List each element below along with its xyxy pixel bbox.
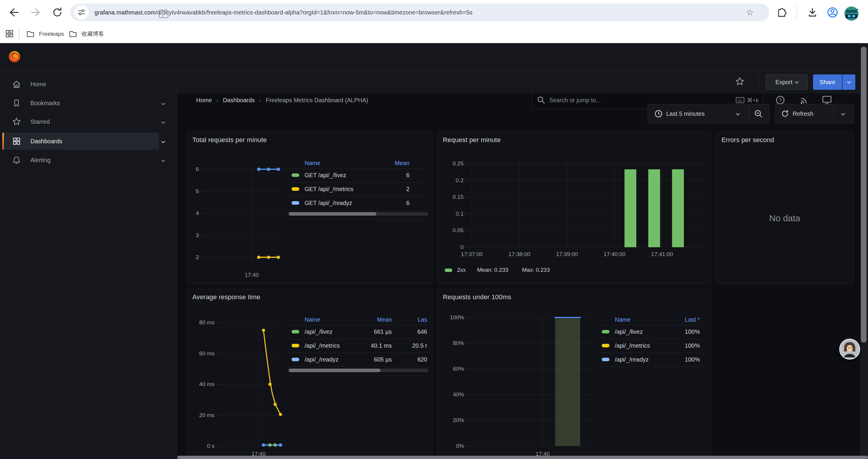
bookmark-label: Freeleaps (39, 31, 64, 37)
home-icon (11, 79, 22, 90)
legend-color-pill[interactable] (291, 330, 299, 333)
sidebar-item-alerting[interactable]: Alerting (2, 152, 159, 169)
browser-back-button[interactable] (7, 6, 20, 19)
sidebar-item-label: Bookmarks (30, 100, 60, 107)
legend-series-name[interactable]: /api/_/readyz (615, 355, 649, 364)
horizontal-scrollbar[interactable] (177, 456, 868, 459)
panel-title[interactable]: Request per minute (443, 136, 501, 144)
legend-column-header[interactable]: Las (418, 316, 427, 324)
panel-total-requests[interactable]: Total requests per minute 6543217:40Name… (187, 132, 433, 284)
panel-title[interactable]: Average response time (192, 293, 260, 301)
sidebar-item-label: Starred (30, 119, 50, 125)
legend-column-header[interactable]: Mean (395, 159, 409, 167)
chevron-down-icon[interactable] (161, 158, 165, 162)
refresh-label[interactable]: Refresh (793, 104, 813, 123)
legend-series-name[interactable]: /api/_/metrics (615, 341, 650, 350)
sidebar-item-starred[interactable]: Starred (2, 113, 159, 130)
legend-color-pill[interactable] (291, 187, 299, 191)
share-button[interactable]: Share (813, 74, 842, 90)
sidebar-item-dashboards[interactable]: Dashboards (2, 133, 159, 150)
legend-column-header[interactable]: Name (305, 159, 320, 167)
legend-series-name[interactable]: /api/_/metrics (305, 341, 340, 350)
downloads-button[interactable] (806, 6, 819, 19)
legend-color-pill[interactable] (291, 201, 299, 205)
legend-series-name[interactable]: /api/_/livez (305, 328, 333, 336)
sidebar-toggle-button[interactable] (158, 9, 169, 19)
x-tick-label: 17:38:00 (499, 251, 540, 258)
chevron-down-icon[interactable] (161, 139, 165, 143)
panel-average-response-time[interactable]: Average response time 80 ms60 ms40 ms20 … (187, 289, 433, 459)
breadcrumb-home[interactable]: Home (196, 97, 212, 103)
refresh-interval-dropdown[interactable] (841, 112, 845, 116)
extensions-button[interactable] (775, 6, 788, 19)
assistant-floating-avatar[interactable] (839, 338, 860, 360)
zoom-out-button[interactable] (754, 109, 764, 119)
search-icon (537, 96, 546, 104)
browser-reload-button[interactable] (51, 6, 64, 19)
refresh-button[interactable] (780, 109, 790, 119)
time-range-group: Last 5 minutes (648, 104, 770, 124)
forward-icon (30, 6, 42, 19)
site-settings-button[interactable] (74, 5, 89, 20)
legend-column-header[interactable]: Name (615, 316, 630, 324)
legend-color-pill[interactable] (291, 358, 299, 361)
bookmark-star-button[interactable]: ☆ (746, 8, 754, 17)
clock-icon (654, 109, 663, 119)
legend-color-pill[interactable] (602, 344, 610, 347)
legend-color-pill[interactable] (602, 330, 610, 333)
legend-series-name[interactable]: GET /api/_/metrics (305, 185, 353, 193)
panel-errors-per-second[interactable]: Errors per second No data (716, 132, 854, 284)
legend-series-name[interactable]: GET /api/_/livez (305, 171, 346, 179)
favorite-dashboard-button[interactable] (735, 76, 745, 88)
breadcrumb-dashboards[interactable]: Dashboards (223, 97, 255, 103)
legend-color-pill[interactable] (291, 173, 299, 177)
bookmark-label: 收藏博客 (82, 30, 104, 38)
bookmark-folder-freeleaps[interactable]: Freeleaps (26, 27, 64, 41)
profile-button[interactable] (826, 6, 839, 19)
chevron-down-icon[interactable] (161, 120, 165, 124)
bookmark-folder-blogs[interactable]: 收藏博客 (68, 27, 104, 41)
export-button[interactable]: Export (766, 74, 808, 90)
time-range-label[interactable]: Last 5 minutes (666, 104, 705, 123)
legend-color-pill[interactable] (291, 344, 299, 347)
download-icon (806, 6, 819, 19)
breadcrumb-current: Freeleaps Metrics Dashboard (ALPHA) (266, 97, 368, 103)
sidebar-item-bookmarks[interactable]: Bookmarks (2, 95, 159, 112)
legend-series-name[interactable]: /api/_/readyz (305, 355, 339, 364)
legend-column-header[interactable]: Mean (377, 316, 392, 324)
legend-column-header[interactable]: Name (305, 316, 320, 324)
legend-color-pill[interactable] (602, 358, 610, 361)
panel-requests-under-100ms[interactable]: Requests under 100ms 100%80%60%40%20%0%1… (437, 289, 711, 459)
legend-scrollbar-thumb[interactable] (289, 369, 380, 372)
panel-title[interactable]: Errors per second (721, 136, 774, 144)
sidebar-item-home[interactable]: Home (2, 76, 159, 93)
legend-scrollbar-thumb[interactable] (289, 212, 376, 216)
legend-divider (599, 325, 705, 325)
chevron-down-icon[interactable] (736, 112, 740, 116)
legend-series-name[interactable]: 2xx (457, 266, 466, 274)
legend-column-header[interactable]: Last * (685, 316, 700, 324)
chevron-down-icon[interactable] (161, 101, 165, 105)
page-scrollbar-thumb[interactable] (861, 47, 867, 342)
panel-title[interactable]: Requests under 100ms (443, 293, 511, 301)
panel-title[interactable]: Total requests per minute (192, 136, 267, 144)
user-avatar[interactable] (844, 6, 859, 21)
puzzle-icon (775, 6, 787, 19)
apps-grid-button[interactable] (5, 29, 14, 38)
legend-series-name[interactable]: GET /api/_/readyz (305, 199, 352, 207)
bookmark-icon (11, 98, 22, 108)
url-text[interactable]: grafana.mathmast.com/d/deytv4rwavabkb/fr… (95, 4, 472, 21)
address-bar[interactable]: grafana.mathmast.com/d/deytv4rwavabkb/fr… (70, 4, 769, 21)
time-range-button[interactable] (654, 109, 663, 119)
panel-request-per-minute[interactable]: Request per minute 2xx Mean: 0.233 Max: … (437, 132, 711, 284)
star-icon (735, 76, 745, 87)
share-dropdown-button[interactable] (842, 74, 855, 90)
url-path: /d/deytv4rwavabkb/freeleaps-metrics-dash… (156, 9, 473, 15)
screen: grafana.mathmast.com/d/deytv4rwavabkb/fr… (0, 0, 868, 459)
legend-divider (287, 339, 428, 339)
profile-icon (826, 6, 839, 19)
y-tick-label: 80% (439, 340, 464, 347)
legend-series-name[interactable]: /api/_/livez (615, 328, 643, 336)
browser-forward-button[interactable] (30, 6, 42, 19)
avatar-pixel-art (846, 10, 857, 13)
